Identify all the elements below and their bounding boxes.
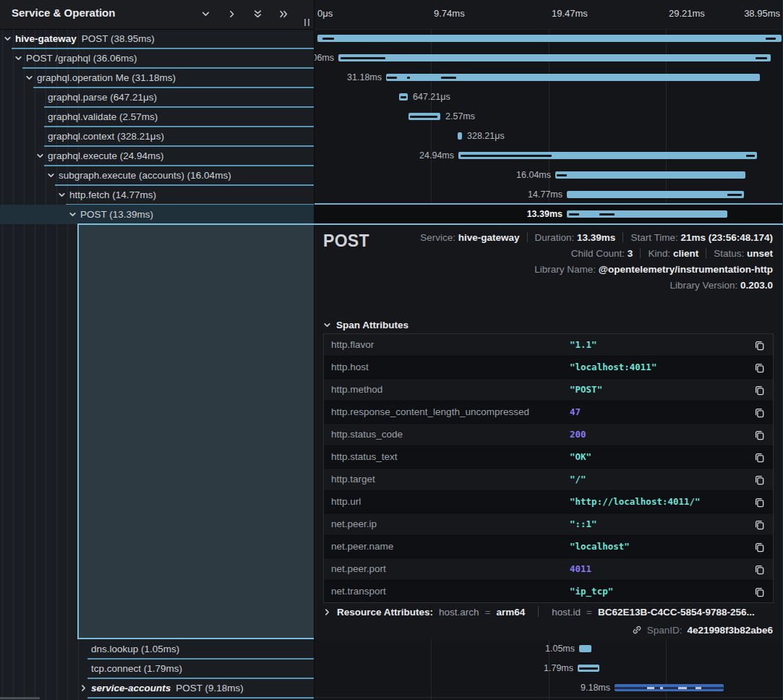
selected-span-separator [77, 223, 783, 225]
chevron-right-icon[interactable] [80, 684, 87, 692]
span-row[interactable]: hive-gatewayPOST (38.95ms) [0, 29, 314, 48]
span-row[interactable]: http.fetch (14.77ms) [0, 185, 314, 205]
chevron-down-icon[interactable] [25, 74, 33, 82]
link-icon[interactable] [632, 625, 642, 635]
copy-button[interactable] [753, 406, 766, 419]
expand-all-icon[interactable] [278, 8, 289, 20]
copy-button[interactable] [753, 473, 766, 486]
span-bar[interactable] [567, 191, 744, 198]
span-row[interactable]: tcp.connect (1.79ms) [0, 659, 314, 678]
span-row[interactable]: graphql.parse (647.21μs) [0, 88, 314, 107]
attribute-row[interactable]: http.url "http://localhost:4011/" [324, 491, 773, 513]
attribute-row[interactable]: net.peer.name "localhost" [324, 536, 773, 558]
copy-button[interactable] [753, 495, 766, 508]
resource-attributes-toggle[interactable]: Resource Attributes: host.arch = arm64 h… [323, 603, 755, 620]
span-row[interactable]: graphql.context (328.21μs) [0, 127, 314, 146]
attribute-row[interactable]: net.peer.ip "::1" [324, 513, 773, 536]
chevron-down-icon[interactable] [58, 191, 66, 199]
attribute-row[interactable]: net.transport "ip_tcp" [324, 581, 773, 602]
timeline-row[interactable]: 24.94ms [315, 146, 783, 166]
span-row[interactable]: POST /graphql (36.06ms) [0, 48, 314, 68]
timeline-row[interactable]: 38.95ms [315, 29, 783, 48]
attribute-value: 4011 [570, 558, 591, 580]
attribute-row[interactable]: http.method "POST" [324, 379, 773, 401]
timeline-row[interactable]: 328.21μs [315, 127, 783, 146]
span-name: graphql.parse (647.21μs) [48, 88, 312, 107]
span-row[interactable]: subgraph.execute (accounts) (16.04ms) [0, 166, 314, 185]
attribute-key: http.response_content_length_uncompresse… [331, 401, 529, 423]
span-row-selected[interactable]: POST (13.39ms) [0, 205, 314, 224]
timeline-row[interactable]: 1.79ms [315, 659, 783, 678]
timeline-row[interactable]: 16.04ms [315, 166, 783, 185]
span-row[interactable]: service-accountsPOST (9.18ms) [0, 678, 314, 698]
span-attributes-toggle[interactable]: Span Attributes [323, 317, 408, 333]
bar-duration-label: 14.77ms [528, 189, 562, 200]
span-meta-line: Child Count: 3Kind: clientStatus: unset [571, 246, 773, 262]
attribute-row[interactable]: http.response_content_length_uncompresse… [324, 401, 773, 424]
span-bar[interactable] [338, 54, 771, 61]
attribute-value: "::1" [570, 513, 597, 535]
timeline-row[interactable]: 9.18ms [315, 678, 783, 698]
horizontal-scrollbar[interactable] [0, 697, 40, 699]
copy-button[interactable] [753, 383, 766, 396]
span-row[interactable]: dns.lookup (1.05ms) [0, 639, 314, 659]
copy-icon [754, 407, 765, 418]
span-id-row: SpanID: 4e21998f3b82abe6 [632, 621, 773, 639]
attribute-row[interactable]: http.target "/" [324, 469, 773, 491]
timeline-row[interactable]: 31.18ms [315, 68, 783, 88]
attribute-key: http.flavor [331, 334, 374, 356]
timeline-row[interactable]: 36.06ms [315, 48, 783, 68]
bar-duration-label: 24.94ms [419, 150, 454, 161]
span-bar[interactable] [578, 665, 599, 672]
timeline-row[interactable]: 14.77ms [315, 185, 783, 205]
copy-button[interactable] [753, 540, 766, 553]
copy-icon [754, 452, 765, 463]
span-row[interactable]: graphql.validate (2.57ms) [0, 107, 314, 127]
copy-button[interactable] [753, 585, 766, 598]
span-bar[interactable] [458, 132, 462, 140]
copy-button[interactable] [753, 428, 766, 441]
span-bar[interactable] [555, 171, 745, 179]
attribute-row[interactable]: http.flavor "1.1" [324, 334, 773, 357]
attribute-row[interactable]: net.peer.port 4011 [324, 558, 773, 581]
span-bar[interactable] [615, 684, 724, 691]
chevron-down-icon[interactable] [36, 152, 44, 160]
span-detail-panel: POST Service: hive-gatewayDuration: 13.3… [315, 224, 783, 639]
chevron-down-icon[interactable] [69, 210, 77, 218]
span-name: POST (13.39ms) [80, 205, 312, 224]
timeline-row[interactable]: 647.21μs [315, 88, 783, 107]
copy-button[interactable] [753, 338, 766, 351]
attribute-row[interactable]: http.status_text "OK" [324, 446, 773, 469]
expand-one-icon[interactable] [226, 8, 237, 20]
copy-button[interactable] [753, 451, 766, 464]
attribute-value: "localhost:4011" [570, 357, 656, 378]
copy-button[interactable] [753, 518, 766, 531]
panel-title: Service & Operation [12, 7, 115, 19]
span-meta-line: Library Name: @opentelemetry/instrumenta… [534, 262, 773, 278]
timeline-row[interactable]: 2.57ms [315, 107, 783, 127]
chevron-down-icon[interactable] [47, 171, 55, 179]
column-resize-handle[interactable] [304, 19, 309, 26]
copy-button[interactable] [753, 563, 766, 576]
attribute-row[interactable]: http.status_code 200 [324, 424, 773, 446]
timeline-row[interactable]: 1.05ms [315, 639, 783, 659]
span-bar[interactable] [408, 113, 440, 120]
copy-button[interactable] [753, 361, 766, 374]
copy-icon [754, 430, 765, 440]
span-attributes-title: Span Attributes [336, 320, 408, 330]
timeline-row-selected[interactable]: 13.39ms [315, 203, 783, 224]
attribute-row[interactable]: http.host "localhost:4011" [324, 357, 773, 379]
span-bar[interactable] [386, 74, 760, 81]
collapse-all-icon[interactable] [252, 8, 263, 20]
span-bar[interactable] [579, 645, 591, 652]
span-row[interactable]: graphql.execute (24.94ms) [0, 146, 314, 166]
span-bar[interactable] [567, 210, 727, 218]
attribute-key: net.peer.port [331, 558, 386, 580]
span-bar[interactable] [399, 93, 408, 101]
collapse-one-icon[interactable] [200, 8, 211, 20]
chevron-down-icon[interactable] [4, 35, 12, 43]
span-bar[interactable] [458, 152, 757, 159]
chevron-down-icon[interactable] [14, 54, 22, 62]
span-row[interactable]: graphql.operation Me (31.18ms) [0, 68, 314, 88]
span-bar[interactable] [317, 35, 782, 42]
